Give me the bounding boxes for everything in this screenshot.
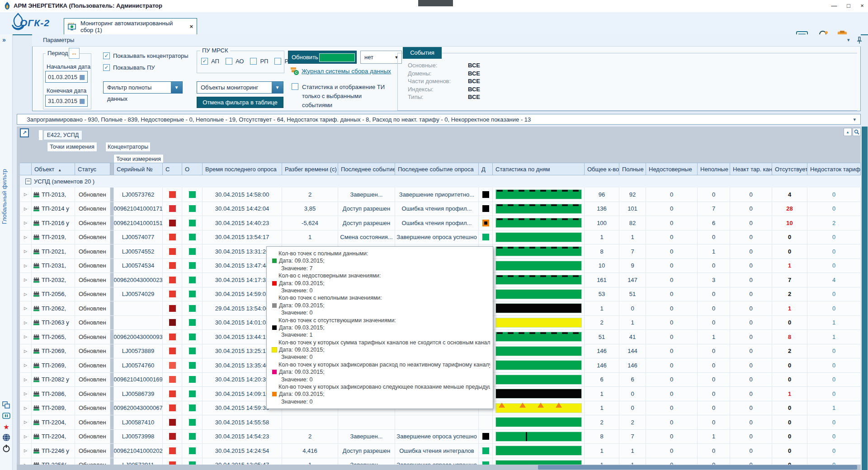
table-row[interactable]: ▷ТП-2246 уОбновлен00962104100020230.04.2…	[20, 444, 861, 458]
parameters-header[interactable]	[32, 34, 861, 47]
table-row[interactable]: ▷ТП-2204,ОбновленLJ0057399830.04.2015 14…	[20, 430, 861, 444]
power-icon[interactable]	[2, 444, 11, 453]
column-header-Отсутствует[interactable]: Отсутствует	[772, 163, 807, 175]
column-header-О[interactable]: О	[182, 163, 203, 175]
star-icon[interactable]: ★	[2, 422, 11, 431]
row-expander-icon[interactable]: ▷	[20, 358, 32, 372]
checkbox-unchecked-icon[interactable]	[226, 58, 232, 65]
end-date-field[interactable]: 31.03.2015 ▦	[45, 95, 88, 107]
day-statistics-bar[interactable]	[495, 346, 582, 356]
collapse-up-button[interactable]: ▴	[844, 128, 852, 136]
column-header-Объект[interactable]: Объект▲	[32, 163, 75, 175]
search-button[interactable]	[853, 128, 861, 136]
row-expander-icon[interactable]: ▷	[20, 330, 32, 344]
row-expander-icon[interactable]: ▷	[20, 401, 32, 415]
close-button[interactable]: ×	[855, 0, 868, 12]
column-header-Общее к-во[interactable]: Общее к-во	[585, 163, 619, 175]
calendar-icon[interactable]: ▦	[79, 97, 87, 104]
column-header-Статус[interactable]: Статус	[75, 163, 110, 175]
show-concentrators-checkbox[interactable]: ✓ Показывать концентраторы	[103, 52, 189, 59]
column-header-Последнее событие опроса[interactable]: Последнее событие опроса	[395, 163, 479, 175]
day-statistics-bar[interactable]	[495, 432, 582, 442]
day-statistics-bar[interactable]	[495, 446, 582, 456]
row-expander-icon[interactable]: ▷	[20, 301, 32, 315]
column-header-Полные[interactable]: Полные	[619, 163, 646, 175]
pu-mrsk-option-РП[interactable]: РП	[250, 58, 268, 65]
completeness-filter-dropdown[interactable]: Фильтр полноты данных ▼	[103, 81, 183, 94]
monitoring-objects-dropdown[interactable]: Объекты мониторинг ▼	[197, 81, 283, 94]
column-header-Серийный №[interactable]: Серийный №	[114, 163, 163, 175]
row-expander-icon[interactable]: ▷	[20, 444, 32, 458]
day-statistics-bar[interactable]	[495, 417, 582, 427]
column-header-Д[interactable]: Д	[479, 163, 493, 175]
checkbox-unchecked-icon[interactable]	[292, 83, 298, 90]
collapse-panel-chevrons[interactable]: »	[2, 36, 6, 43]
day-statistics-bar[interactable]	[495, 318, 582, 328]
horizontal-scrollbar[interactable]	[17, 465, 861, 470]
pause-icon[interactable]	[2, 411, 11, 420]
checkbox-checked-icon[interactable]: ✓	[103, 52, 110, 59]
refresh-button[interactable]: Обновить	[288, 51, 357, 64]
column-header-Время последнего опроса[interactable]: Время последнего опроса	[203, 163, 282, 175]
tab-close-icon[interactable]: ×	[189, 23, 193, 30]
day-statistics-bar[interactable]	[495, 261, 582, 271]
row-expander-icon[interactable]: ▷	[20, 188, 32, 202]
calendar-icon[interactable]: ▦	[79, 73, 87, 80]
pu-mrsk-option-АП[interactable]: ✓АП	[201, 58, 219, 65]
popout-icon[interactable]: ↗	[20, 128, 29, 137]
panel-collapse-arrow-icon[interactable]: ▾	[847, 37, 850, 43]
table-group-row[interactable]: УСПД (элементов 20 )	[20, 175, 861, 188]
row-expander-icon[interactable]: ▷	[20, 344, 32, 358]
minimize-button[interactable]: —	[827, 0, 841, 12]
day-statistics-bar[interactable]	[495, 375, 582, 385]
maximize-button[interactable]: □	[842, 0, 855, 12]
row-expander-icon[interactable]: ▷	[20, 259, 32, 273]
row-expander-icon[interactable]: ▷	[20, 316, 32, 330]
day-statistics-bar[interactable]	[495, 389, 582, 399]
column-header-Недостоверные[interactable]: Недостоверные	[646, 163, 698, 175]
column-header-С[interactable]: С	[163, 163, 182, 175]
pin-icon[interactable]	[856, 37, 863, 44]
chevron-down-icon[interactable]: ▾	[853, 117, 856, 122]
column-header-Статистика по дням[interactable]: Статистика по дням	[493, 163, 585, 175]
globe-icon[interactable]	[2, 433, 11, 442]
collapse-group-icon[interactable]	[25, 179, 31, 184]
horizontal-scrollbar-thumb[interactable]	[538, 465, 857, 470]
tab-concentrators[interactable]: Концентраторы	[105, 142, 151, 152]
column-header-Недостаток тариф. да[interactable]: Недостаток тариф. да	[807, 163, 861, 175]
checkbox-unchecked-icon[interactable]	[250, 58, 257, 65]
day-statistics-bar[interactable]	[495, 218, 582, 228]
pu-mrsk-option-АО[interactable]: АО	[226, 58, 244, 65]
chevron-down-icon[interactable]: ▼	[272, 82, 283, 93]
day-statistics-bar[interactable]	[495, 303, 582, 313]
day-statistics-bar[interactable]	[495, 403, 582, 413]
day-statistics-bar[interactable]	[495, 360, 582, 370]
row-expander-icon[interactable]: ▷	[20, 244, 32, 258]
day-statistics-bar[interactable]	[495, 275, 582, 285]
row-expander-icon[interactable]: ▷	[20, 373, 32, 387]
data-collection-journal-link[interactable]: Журнал системы сбора данных	[302, 68, 391, 75]
row-expander-icon[interactable]: ▷	[20, 216, 32, 230]
table-row[interactable]: ▷ТП-2204,ОбновленLJ0058741030.04.2015 14…	[20, 415, 861, 430]
day-statistics-bar[interactable]	[495, 289, 582, 299]
refresh-mode-dropdown[interactable]: нет ▼	[360, 51, 402, 64]
start-date-field[interactable]: 01.03.2015 ▦	[45, 71, 88, 83]
row-expander-icon[interactable]: ▷	[20, 415, 32, 429]
day-statistics-bar[interactable]	[495, 246, 582, 256]
period-range-button[interactable]: ↔	[69, 48, 80, 59]
windows-icon[interactable]	[2, 400, 11, 409]
column-header-Неакт тар. кан.[interactable]: Неакт тар. кан.	[730, 163, 772, 175]
tab-measure-points[interactable]: Точки измерения	[47, 142, 97, 152]
day-statistics-bar[interactable]	[495, 204, 582, 214]
cancel-table-filter-button[interactable]: Отмена фильтра в таблице	[197, 97, 283, 108]
day-statistics-bar[interactable]	[495, 232, 582, 242]
day-statistics-bar[interactable]	[495, 332, 582, 342]
stats-ti-checkbox[interactable]	[292, 83, 298, 90]
row-expander-icon[interactable]: ▷	[20, 202, 32, 216]
global-filter-vertical-tab[interactable]: Глобальный фильтр	[1, 165, 11, 228]
row-expander-icon[interactable]: ▷	[20, 273, 32, 287]
day-statistics-bar[interactable]	[495, 189, 582, 199]
checkbox-checked-icon[interactable]: ✓	[103, 64, 110, 71]
checkbox-checked-icon[interactable]: ✓	[201, 58, 208, 65]
row-expander-icon[interactable]: ▷	[20, 287, 32, 301]
